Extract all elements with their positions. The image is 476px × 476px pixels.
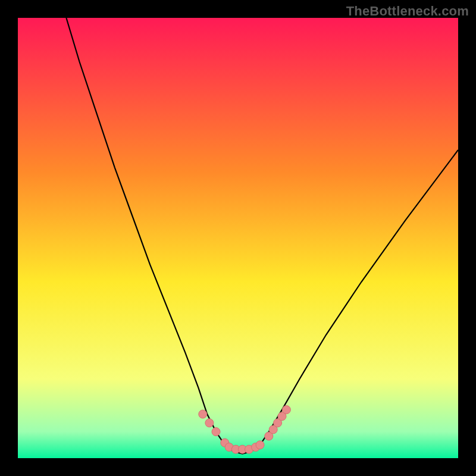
highlight-markers: [199, 406, 291, 454]
marker-point: [282, 406, 290, 414]
marker-point: [212, 428, 220, 436]
plot-area: [18, 18, 458, 458]
marker-point: [199, 410, 207, 418]
marker-point: [205, 419, 214, 427]
chart-overlay: [18, 18, 458, 458]
watermark-text: TheBottleneck.com: [346, 4, 469, 19]
marker-point: [256, 441, 264, 449]
chart-frame: TheBottleneck.com: [0, 0, 476, 476]
bottleneck-curve: [66, 18, 458, 454]
